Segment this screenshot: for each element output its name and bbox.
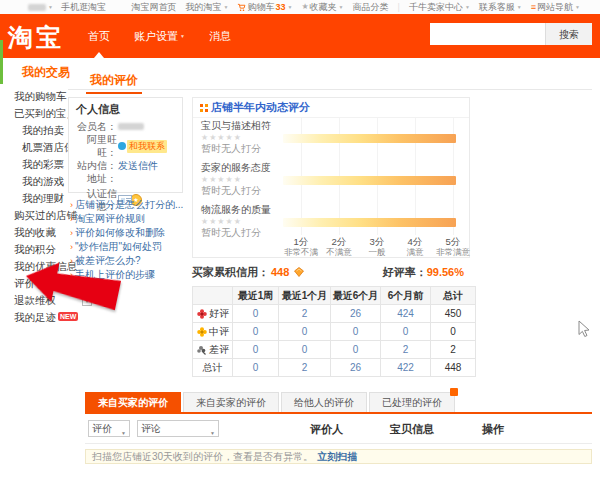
row-label-negative: 差评 <box>193 341 233 359</box>
chevron-down-icon: ▼ <box>121 426 126 441</box>
table-cell[interactable]: 0 <box>279 323 331 341</box>
table-cell[interactable]: 0 <box>233 341 279 359</box>
score-scale: 1分非常不满 2分不满意 3分一般 4分满意 5分非常满意 <box>193 236 471 260</box>
grid-icon <box>200 104 208 112</box>
table-cell[interactable]: 0 <box>331 323 381 341</box>
row-label-neutral: 中评 <box>193 323 233 341</box>
topbar-divider: | <box>398 0 400 14</box>
chevron-down-icon: ▼ <box>223 0 228 14</box>
tab-ratings-from-buyers[interactable]: 来自买家的评价 <box>85 392 181 412</box>
table-cell[interactable]: 424 <box>381 305 431 323</box>
table-cell[interactable]: 0 <box>233 359 279 377</box>
topbar-link-taobao-home[interactable]: 淘宝网首页 <box>131 0 176 14</box>
table-row-neutral: 中评 0 0 0 0 0 <box>193 323 476 341</box>
help-link-rating-rules[interactable]: ›淘宝网评价规则 <box>70 212 186 226</box>
topbar-link-qianniu-seller-center[interactable]: 千牛卖家中心▼ <box>409 0 470 14</box>
chevron-down-icon: ▼ <box>180 33 185 39</box>
tab-my-ratings[interactable]: 我的评价 <box>86 73 142 94</box>
dsr-panel-title: 店铺半年内动态评分 <box>193 98 469 118</box>
chevron-down-icon: ▼ <box>465 0 470 14</box>
dsr-row-seller-service: 卖家的服务态度 ★★★★★ 暂时无人打分 <box>201 162 463 204</box>
taobao-logo[interactable]: 淘宝 <box>8 21 64 54</box>
scan-notice-bar: 扫描您店铺近30天收到的评价，查看是否有异常。立刻扫描 <box>85 449 592 464</box>
personal-info-title: 个人信息 <box>69 98 182 120</box>
scan-now-link[interactable]: 立刻扫描 <box>317 451 357 462</box>
table-cell[interactable]: 26 <box>331 305 381 323</box>
table-cell[interactable]: 0 <box>381 323 431 341</box>
taobao-my-ratings-page: ▼ 手机逛淘宝 淘宝网首页 我的淘宝▼ 购物车33▼ ★收藏夹▼ 商品分类 | … <box>0 0 600 488</box>
comment-filter-select[interactable]: 评论▼ <box>137 420 219 437</box>
help-link-how-scores-work[interactable]: ›店铺评分是怎么打分的... <box>70 198 186 212</box>
table-cell[interactable]: 2 <box>279 305 331 323</box>
table-cell-total: 0 <box>431 323 476 341</box>
star-icon: ★ <box>301 0 308 14</box>
topbar-link-site-nav[interactable]: ≡网站导航▼ <box>531 0 580 14</box>
filter-row: 评价▼ 评论▼ 评价人 宝贝信息 操作 <box>85 414 592 444</box>
column-header-rater: 评价人 <box>310 422 343 437</box>
sidebar-item-footprints[interactable]: 我的足迹NEW <box>8 309 88 326</box>
browser-extension-strip <box>0 40 3 84</box>
red-flower-icon <box>197 309 207 319</box>
column-header-actions: 操作 <box>482 422 504 437</box>
personal-info-panel: 个人信息 会员名： 阿里旺旺：和我联系 站内信：发送信件 地址： 认证信息：★ <box>68 97 183 193</box>
table-header-row: 最近1周 最近1个月 最近6个月 6个月前 总计 <box>193 287 476 305</box>
mouse-cursor <box>578 320 590 338</box>
nav-account-settings[interactable]: 账户设置▼ <box>134 29 185 44</box>
row-label-positive: 好评 <box>193 305 233 323</box>
table-cell[interactable]: 0 <box>279 341 331 359</box>
positive-rate-value: 99.56% <box>427 266 464 278</box>
tab-ratings-from-sellers[interactable]: 来自卖家的评价 <box>183 392 279 412</box>
menu-icon: ≡ <box>531 0 536 14</box>
rating-filter-select[interactable]: 评价▼ <box>88 420 130 437</box>
member-name-label: 会员名： <box>71 120 117 133</box>
table-cell[interactable]: 2 <box>279 359 331 377</box>
search-button[interactable]: 搜索 <box>545 23 592 45</box>
dsr-row-label: 宝贝与描述相符 <box>201 120 463 132</box>
topbar-link-cart[interactable]: 购物车33▼ <box>237 0 292 14</box>
dsr-row-note: 暂时无人打分 <box>201 143 463 155</box>
site-mail-label: 站内信： <box>71 159 117 172</box>
table-header: 总计 <box>431 287 476 305</box>
user-region-menu[interactable]: ▼ <box>28 0 53 14</box>
table-cell[interactable]: 2 <box>381 341 431 359</box>
send-mail-link[interactable]: 发送信件 <box>118 159 158 172</box>
nav-messages[interactable]: 消息 <box>209 29 231 44</box>
score-gradient-bar <box>283 176 456 185</box>
bullet-icon: › <box>70 200 73 210</box>
blurred-member-name <box>118 123 144 130</box>
scale-score: 5分 <box>431 236 475 247</box>
table-cell[interactable]: 0 <box>233 323 279 341</box>
help-link-edit-delete[interactable]: ›评价如何修改和删除 <box>70 226 186 240</box>
table-cell[interactable]: 422 <box>381 359 431 377</box>
topbar-link-mobile-taobao[interactable]: 手机逛淘宝 <box>61 0 106 14</box>
header-nav: 首页 账户设置▼ 消息 <box>88 14 231 58</box>
table-cell[interactable]: 0 <box>233 305 279 323</box>
chevron-down-icon: ▼ <box>48 0 53 14</box>
top-utility-bar: ▼ 手机逛淘宝 淘宝网首页 我的淘宝▼ 购物车33▼ ★收藏夹▼ 商品分类 | … <box>0 0 600 15</box>
chevron-down-icon: ▼ <box>287 0 292 14</box>
tab-ratings-given[interactable]: 给他人的评价 <box>281 392 367 412</box>
score-gradient-bar <box>283 134 456 143</box>
tab-ratings-processed[interactable]: 已处理的评价 <box>369 392 455 412</box>
topbar-link-categories[interactable]: 商品分类 <box>353 0 389 14</box>
table-cell[interactable]: 26 <box>331 359 381 377</box>
address-label: 地址： <box>71 172 117 185</box>
wangwang-label: 阿里旺旺： <box>71 133 117 159</box>
notice-text: 扫描您店铺近30天收到的评价，查看是否有异常。 <box>92 451 313 462</box>
cart-icon <box>237 3 246 12</box>
topbar-link-customer-service[interactable]: 联系客服▼ <box>479 0 522 14</box>
contact-me-link[interactable]: 和我联系 <box>127 140 167 153</box>
search-input[interactable] <box>430 23 545 45</box>
topbar-link-favorites[interactable]: ★收藏夹▼ <box>301 0 343 14</box>
table-cell[interactable]: 0 <box>331 341 381 359</box>
score-gradient-bar <box>283 218 456 227</box>
topbar-link-my-taobao[interactable]: 我的淘宝▼ <box>185 0 228 14</box>
app-header: 淘宝 首页 账户设置▼ 消息 搜索 <box>0 14 600 58</box>
rating-count-table: 最近1周 最近1个月 最近6个月 6个月前 总计 好评 0 2 26 424 4… <box>192 286 476 377</box>
nav-home[interactable]: 首页 <box>88 29 110 44</box>
help-link-credit-hype[interactable]: ›"炒作信用"如何处罚 <box>70 240 186 254</box>
table-header: 6个月前 <box>381 287 431 305</box>
chevron-down-icon: ▼ <box>575 0 580 14</box>
table-header: 最近1个月 <box>279 287 331 305</box>
scale-text: 非常满意 <box>431 247 475 257</box>
